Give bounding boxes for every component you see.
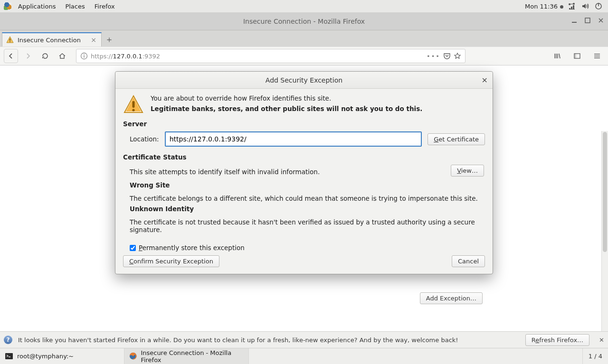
tab-strip: Insecure Connection × ＋	[0, 30, 608, 47]
perm-store-checkbox-row[interactable]: Permanently store this exception	[130, 244, 485, 252]
tab-close-icon[interactable]: ×	[91, 36, 96, 44]
window-title: Insecure Connection - Mozilla Firefox	[243, 18, 365, 25]
window-maximize-icon[interactable]	[583, 16, 592, 25]
dialog-titlebar[interactable]: Add Security Exception ×	[115, 72, 493, 89]
unknown-identity-heading: Unknown Identity	[130, 205, 485, 213]
task-firefox-label: Insecure Connection - Mozilla Firefox	[141, 349, 244, 364]
cert-status-text: This site attempts to identify itself wi…	[130, 168, 320, 176]
task-terminal[interactable]: root@tymphany:~	[0, 348, 124, 364]
library-icon[interactable]	[550, 49, 564, 63]
svg-rect-5	[585, 18, 590, 23]
infobar-text: It looks like you haven't started Firefo…	[18, 336, 520, 344]
view-certificate-button[interactable]: View…	[451, 165, 484, 177]
dialog-close-icon[interactable]: ×	[482, 75, 488, 84]
svg-rect-9	[84, 56, 84, 58]
svg-rect-7	[10, 41, 10, 42]
gnome-top-bar: Applications Places Firefox Mon 11:36	[0, 0, 608, 12]
unknown-identity-text: The certificate is not trusted because i…	[130, 218, 485, 233]
url-text: https://127.0.0.1:9392	[91, 53, 160, 60]
wrong-site-heading: Wrong Site	[130, 181, 485, 189]
page-scrollbar[interactable]	[601, 131, 608, 331]
question-icon: ?	[4, 336, 12, 344]
location-input[interactable]	[165, 131, 422, 147]
new-tab-button[interactable]: ＋	[102, 32, 117, 47]
clock[interactable]: Mon 11:36	[520, 3, 568, 10]
svg-rect-6	[10, 38, 10, 41]
cert-status-heading: Certificate Status	[123, 153, 485, 161]
network-icon[interactable]	[568, 2, 576, 10]
location-label: Location:	[130, 135, 159, 143]
svg-rect-11	[574, 54, 580, 58]
system-tray	[568, 2, 604, 10]
perm-store-checkbox[interactable]	[130, 245, 136, 251]
window-minimize-icon[interactable]	[570, 16, 579, 25]
menu-firefox[interactable]: Firefox	[90, 3, 120, 10]
window-titlebar[interactable]: Insecure Connection - Mozilla Firefox	[0, 12, 608, 30]
warning-icon	[6, 36, 14, 44]
infobar-close-icon[interactable]: ✕	[599, 336, 604, 344]
page-actions-icon[interactable]: •••	[427, 53, 440, 60]
svg-rect-15	[5, 353, 13, 359]
svg-rect-4	[572, 22, 577, 23]
hamburger-menu-icon[interactable]	[590, 49, 604, 63]
terminal-icon	[5, 352, 13, 361]
confirm-exception-button[interactable]: Confirm Security Exception	[123, 255, 219, 267]
tab-insecure-connection[interactable]: Insecure Connection ×	[2, 32, 102, 47]
bookmark-star-icon[interactable]	[454, 52, 461, 60]
svg-rect-12	[574, 54, 576, 58]
url-bar[interactable]: https://127.0.0.1:9392 •••	[76, 49, 466, 63]
refresh-firefox-button[interactable]: Refresh Firefox…	[525, 334, 589, 346]
volume-icon[interactable]	[581, 2, 589, 10]
back-button[interactable]	[4, 49, 18, 63]
svg-rect-13	[133, 101, 135, 108]
svg-rect-3	[598, 3, 599, 6]
refresh-infobar: ? It looks like you haven't started Fire…	[0, 331, 608, 348]
sidebar-icon[interactable]	[570, 49, 584, 63]
firefox-icon	[129, 352, 137, 361]
forward-button[interactable]	[21, 49, 35, 63]
task-terminal-label: root@tymphany:~	[17, 353, 74, 360]
workspace-indicator[interactable]: 1 / 4	[582, 348, 608, 364]
connection-info-icon[interactable]	[80, 52, 88, 60]
add-security-exception-dialog: Add Security Exception × You are about t…	[115, 71, 493, 274]
home-button[interactable]	[55, 49, 69, 63]
reload-button[interactable]	[38, 49, 52, 63]
dialog-title: Add Security Exception	[266, 76, 342, 84]
power-icon[interactable]	[595, 2, 602, 10]
server-heading: Server	[123, 120, 485, 128]
dialog-warn-line1: You are about to override how Firefox id…	[151, 94, 422, 102]
get-certificate-button[interactable]: Get Certificate	[428, 133, 485, 145]
pocket-icon[interactable]	[443, 52, 451, 60]
menu-applications[interactable]: Applications	[13, 3, 60, 10]
cancel-button[interactable]: Cancel	[452, 255, 485, 267]
warning-triangle-icon	[123, 94, 144, 115]
task-firefox[interactable]: Insecure Connection - Mozilla Firefox	[124, 348, 249, 364]
svg-point-14	[132, 109, 134, 111]
wrong-site-text: The certificate belongs to a different s…	[130, 195, 485, 202]
taskbar: root@tymphany:~ Insecure Connection - Mo…	[0, 348, 608, 364]
svg-point-8	[81, 53, 87, 59]
distro-logo-icon	[4, 2, 11, 10]
window-close-icon[interactable]	[597, 16, 605, 25]
add-exception-button[interactable]: Add Exception…	[420, 292, 483, 304]
tab-title: Insecure Connection	[18, 37, 81, 44]
dialog-warn-line2: Legitimate banks, stores, and other publ…	[151, 105, 422, 112]
nav-toolbar: https://127.0.0.1:9392 •••	[0, 47, 608, 65]
svg-rect-10	[84, 54, 84, 55]
menu-places[interactable]: Places	[60, 3, 89, 10]
